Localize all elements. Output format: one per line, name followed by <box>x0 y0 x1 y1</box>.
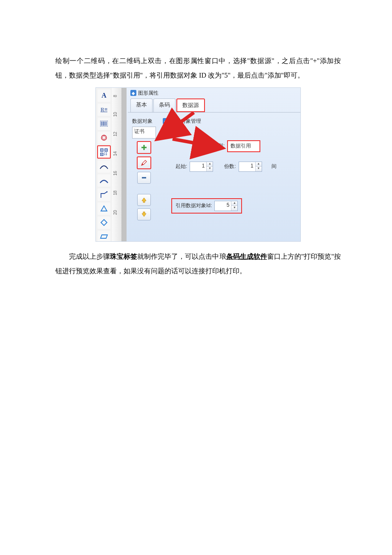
svg-rect-8 <box>101 150 102 150</box>
start-label: 起始: <box>176 163 187 170</box>
diamond-tool-icon[interactable] <box>98 217 110 229</box>
move-down-button[interactable] <box>137 208 151 220</box>
svg-rect-1 <box>101 121 102 126</box>
edit-button[interactable] <box>137 156 151 169</box>
parallelogram-tool-icon[interactable] <box>98 231 110 242</box>
line-tool-icon[interactable] <box>98 160 110 173</box>
add-button[interactable] <box>137 141 151 154</box>
trailing-text: 间 <box>271 163 277 170</box>
vertical-ruler: 8 10 12 14 16 18 20 <box>112 88 122 241</box>
paragraph-2: 完成以上步骤珠宝标签就制作完毕了，可以点击中琅条码生成软件窗口上方的"打印预览"… <box>55 249 341 279</box>
panel-icon: ◆ <box>130 90 136 96</box>
data-object-label: 数据对象 <box>131 118 153 125</box>
svg-rect-14 <box>106 153 107 153</box>
svg-rect-19 <box>141 147 147 148</box>
svg-point-17 <box>107 191 108 192</box>
data-object-mgmt: ◆ 数据对象管理 数据对象类型: 数据引用 起始: 1 ▲▼ <box>161 118 297 223</box>
svg-rect-12 <box>101 154 102 155</box>
svg-rect-13 <box>104 153 105 153</box>
arc-tool-icon[interactable] <box>98 174 110 187</box>
vector-tool-icon[interactable] <box>98 132 110 144</box>
type-select[interactable]: 数据引用 <box>227 140 260 152</box>
tab-strip: 基本 条码 数据源 <box>128 98 300 113</box>
paragraph-1: 绘制一个二维码，在二维码上双击，在图形属性窗口中，选择"数据源"，之后点击"+"… <box>55 54 341 83</box>
triangle-tool-icon[interactable] <box>98 202 110 215</box>
svg-rect-10 <box>106 150 107 150</box>
tab-datasource[interactable]: 数据源 <box>176 98 205 112</box>
type-label: 数据对象类型: <box>193 142 225 150</box>
properties-panel: ◆ 图形属性 基本 条码 数据源 数据对象 证书 <box>128 88 300 241</box>
ruler-gutter <box>121 88 127 241</box>
svg-rect-4 <box>105 121 105 126</box>
ref-id-label: 引用数据对象Id: <box>176 202 212 209</box>
svg-rect-20 <box>142 177 146 178</box>
svg-rect-3 <box>104 121 104 126</box>
copies-label: 份数: <box>224 163 236 170</box>
move-up-button[interactable] <box>137 194 151 206</box>
left-toolbar: A R≡ <box>96 88 112 242</box>
polyline-tool-icon[interactable] <box>98 188 110 201</box>
data-object-list-item[interactable]: 证书 <box>132 127 156 139</box>
remove-button[interactable] <box>137 172 151 184</box>
svg-rect-15 <box>104 154 105 155</box>
barcode-tool-icon[interactable] <box>98 118 110 130</box>
mgmt-icon: ◆ <box>163 118 169 124</box>
start-spinner[interactable]: 1 ▲▼ <box>190 162 213 172</box>
panel-body: 数据对象 证书 <box>128 113 300 228</box>
svg-rect-16 <box>106 154 107 155</box>
svg-rect-5 <box>106 121 107 126</box>
qrcode-tool-icon[interactable] <box>97 145 111 159</box>
richtext-tool-icon[interactable]: R≡ <box>98 104 110 116</box>
data-object-column: 数据对象 证书 <box>131 118 157 223</box>
mgmt-subtitle: ◆ 数据对象管理 <box>163 118 297 125</box>
text-tool-icon[interactable]: A <box>98 90 110 102</box>
tab-barcode[interactable]: 条码 <box>153 98 176 112</box>
tab-basic[interactable]: 基本 <box>130 98 153 112</box>
svg-rect-2 <box>102 121 103 126</box>
document-page: 绘制一个二维码，在二维码上双击，在图形属性窗口中，选择"数据源"，之后点击"+"… <box>0 0 392 555</box>
ref-id-spinner[interactable]: 5 ▲▼ <box>214 201 238 211</box>
app-screenshot: A R≡ <box>95 87 301 242</box>
panel-titlebar: ◆ 图形属性 <box>128 88 300 98</box>
panel-title-text: 图形属性 <box>138 90 159 97</box>
copies-spinner[interactable]: 1 ▲▼ <box>239 162 262 172</box>
